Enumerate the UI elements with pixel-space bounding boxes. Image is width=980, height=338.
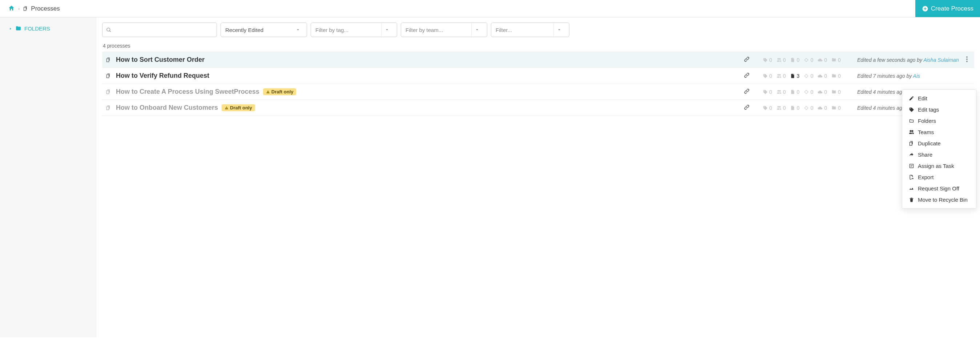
filter-team-placeholder: Filter by team...: [406, 27, 443, 33]
link-icon[interactable]: [744, 104, 749, 111]
filter-generic-placeholder: Filter...: [496, 27, 512, 33]
trash-icon: [909, 197, 914, 202]
menu-edit[interactable]: Edit: [902, 92, 976, 104]
copy-icon: [909, 141, 914, 146]
create-process-button[interactable]: Create Process: [915, 0, 980, 17]
process-list: How to Sort Customer Order 0 0 0 0 0 0 E…: [102, 52, 974, 116]
search-input-wrapper[interactable]: [102, 22, 217, 37]
copy-icon: [105, 57, 111, 62]
stat-teams: 0: [776, 57, 786, 63]
link-icon[interactable]: [744, 56, 749, 63]
process-title: How to Create A Process Using SweetProce…: [116, 88, 259, 96]
menu-assign-task[interactable]: Assign as Task: [902, 160, 976, 172]
breadcrumb-separator: ›: [18, 6, 20, 11]
stats-group: 0 0 3 0 0 0: [763, 73, 857, 79]
plus-circle-icon: [922, 5, 928, 12]
stat-docs: 0: [790, 89, 800, 95]
filter-tag-select[interactable]: Filter by tag...: [311, 22, 397, 37]
stat-cloud: 0: [818, 89, 827, 95]
signature-icon: [909, 186, 914, 191]
process-row[interactable]: How to Onboard New Customers Draft only …: [102, 100, 974, 116]
stat-flows: 0: [804, 105, 813, 111]
editor-user-link[interactable]: Aisha Sulaiman: [923, 57, 959, 63]
process-row[interactable]: How to Create A Process Using SweetProce…: [102, 84, 974, 100]
stat-docs: 0: [790, 57, 800, 63]
filter-tag-placeholder: Filter by tag...: [315, 27, 348, 33]
stat-flows: 0: [804, 89, 813, 95]
process-title: How to Sort Customer Order: [116, 56, 205, 64]
users-icon: [909, 129, 914, 135]
stat-folders: 0: [831, 105, 841, 111]
copy-icon: [105, 73, 111, 78]
sort-select[interactable]: Recently Edited: [221, 22, 307, 37]
result-count: 4 processes: [103, 43, 974, 49]
stats-group: 0 0 0 0 0 0: [763, 105, 857, 111]
stat-docs: 0: [790, 105, 800, 111]
stat-folders: 0: [831, 73, 841, 79]
row-more-button[interactable]: [963, 56, 971, 63]
stat-tags: 0: [763, 73, 772, 79]
process-title: How to Verify Refund Request: [116, 72, 209, 80]
processes-icon: [23, 5, 29, 12]
draft-badge: Draft only: [263, 88, 296, 95]
link-icon[interactable]: [744, 72, 749, 79]
menu-teams[interactable]: Teams: [902, 126, 976, 138]
stat-flows: 0: [804, 57, 813, 63]
stat-flows: 0: [804, 73, 813, 79]
process-row[interactable]: How to Sort Customer Order 0 0 0 0 0 0 E…: [102, 52, 974, 68]
content-area: Recently Edited Filter by tag... Filter …: [96, 18, 980, 337]
menu-folders[interactable]: Folders: [902, 115, 976, 126]
chevron-down-icon: [472, 28, 482, 32]
check-square-icon: [909, 163, 914, 169]
menu-duplicate[interactable]: Duplicate: [902, 138, 976, 149]
warning-icon: [224, 106, 229, 110]
stat-cloud: 0: [818, 73, 827, 79]
copy-icon: [105, 105, 111, 110]
folder-icon: [909, 118, 914, 124]
stats-group: 0 0 0 0 0 0: [763, 89, 857, 95]
folders-label: FOLDERS: [24, 26, 50, 32]
menu-share[interactable]: Share: [902, 149, 976, 160]
chevron-down-icon: [554, 28, 565, 32]
stat-teams: 0: [776, 73, 786, 79]
sidebar: FOLDERS: [0, 18, 96, 337]
stat-docs: 3: [790, 73, 800, 79]
menu-export[interactable]: Export: [902, 172, 976, 183]
export-icon: [909, 174, 914, 180]
filter-generic-select[interactable]: Filter...: [491, 22, 570, 37]
row-context-menu: Edit Edit tags Folders Teams Duplicate S…: [902, 89, 976, 209]
chevron-down-icon: [382, 28, 393, 32]
warning-icon: [266, 90, 270, 94]
process-row[interactable]: How to Verify Refund Request 0 0 3 0 0 0…: [102, 68, 974, 84]
stat-tags: 0: [763, 105, 772, 111]
page-title: Processes: [31, 5, 60, 12]
draft-badge: Draft only: [222, 104, 255, 111]
folders-toggle[interactable]: FOLDERS: [9, 26, 87, 32]
share-icon: [909, 152, 914, 157]
chevron-down-icon: [294, 28, 302, 32]
chevron-right-icon: [9, 27, 12, 30]
stat-folders: 0: [831, 57, 841, 63]
stat-cloud: 0: [818, 105, 827, 111]
process-title: How to Onboard New Customers: [116, 104, 218, 112]
home-icon[interactable]: [8, 5, 15, 13]
breadcrumb-bar: › Processes Create Process: [0, 0, 980, 18]
filter-team-select[interactable]: Filter by team...: [401, 22, 487, 37]
search-icon: [106, 27, 111, 33]
menu-request-signoff[interactable]: Request Sign Off: [902, 183, 976, 194]
tag-icon: [909, 107, 914, 112]
menu-move-recycle[interactable]: Move to Recycle Bin: [902, 194, 976, 205]
edited-meta: Edited a few seconds ago by Aisha Sulaim…: [857, 57, 963, 63]
link-icon[interactable]: [744, 88, 749, 95]
stat-folders: 0: [831, 89, 841, 95]
edited-meta: Edited 7 minutes ago by Ais: [857, 73, 963, 79]
stats-group: 0 0 0 0 0 0: [763, 57, 857, 63]
editor-user-link[interactable]: Ais: [913, 73, 920, 79]
stat-teams: 0: [776, 105, 786, 111]
edit-icon: [909, 96, 914, 101]
stat-tags: 0: [763, 57, 772, 63]
menu-edit-tags[interactable]: Edit tags: [902, 104, 976, 115]
folder-icon: [15, 26, 21, 32]
search-input[interactable]: [111, 27, 213, 33]
filter-row: Recently Edited Filter by tag... Filter …: [102, 22, 974, 37]
